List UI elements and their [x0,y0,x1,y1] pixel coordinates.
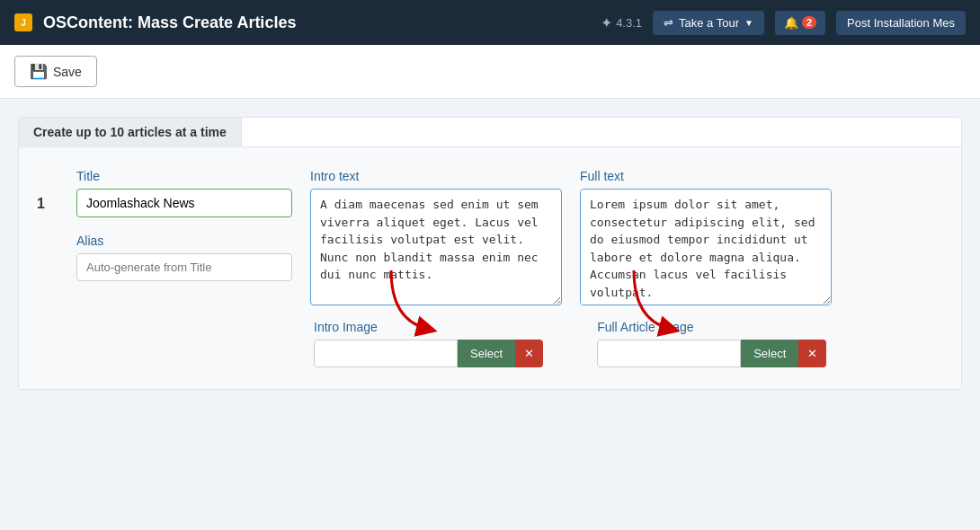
articles-panel: Create up to 10 articles at a time 1 Tit… [18,117,962,390]
alias-label: Alias [76,234,292,248]
post-install-button[interactable]: Post Installation Mes [836,11,966,35]
notifications-button[interactable]: 🔔 2 [775,11,825,35]
title-field-group: Title [76,169,292,217]
intro-image-group: Intro Image Select ✕ [314,320,543,367]
joomla-icon: J [14,13,32,31]
full-image-clear-button[interactable]: ✕ [798,340,826,367]
intro-image-select-button[interactable]: Select [458,340,515,367]
fields-row: Title Alias Intro text A diam maecena [76,169,943,305]
full-text-label: Full text [580,169,832,183]
full-image-select-button[interactable]: Select [741,340,798,367]
article-row: 1 Title Alias [37,169,943,367]
notification-badge: 2 [802,16,816,29]
version-badge: ✦ 4.3.1 [601,14,642,31]
toolbar: 💾 Save [0,45,980,99]
title-input[interactable] [76,189,292,217]
panel-body: 1 Title Alias [19,147,961,389]
save-icon: 💾 [30,63,48,80]
chevron-down-icon: ▼ [744,18,753,28]
intro-text-label: Intro text [310,169,562,183]
full-text-input[interactable]: Lorem ipsum dolor sit amet, consectetur … [580,189,832,305]
intro-text-input[interactable]: A diam maecenas sed enim ut sem viverra … [310,189,562,305]
intro-image-label: Intro Image [314,320,543,334]
full-image-input-row: Select ✕ [597,340,826,367]
panel-title: Create up to 10 articles at a time [19,118,242,147]
main-content: Create up to 10 articles at a time 1 Tit… [0,99,980,408]
full-image-input[interactable] [597,340,741,367]
alias-field-group: Alias [76,234,292,281]
intro-text-group: Intro text A diam maecenas sed enim ut s… [310,169,562,305]
save-button[interactable]: 💾 Save [14,56,97,87]
intro-image-input[interactable] [314,340,458,367]
image-row: Intro Image Select ✕ [76,320,943,367]
panel-header-bar: Create up to 10 articles at a time [19,118,961,147]
intro-image-input-row: Select ✕ [314,340,543,367]
bell-icon: 🔔 [784,16,798,30]
row-number: 1 [37,169,55,212]
alias-input[interactable] [76,253,292,281]
page-title: OSContent: Mass Create Articles [43,13,590,32]
tour-icon: ⇌ [664,16,673,30]
title-alias-group: Title Alias [76,169,292,305]
full-image-label: Full Article Image [597,320,826,334]
take-a-tour-button[interactable]: ⇌ Take a Tour ▼ [653,11,764,35]
full-image-group: Full Article Image Select ✕ [597,320,826,367]
app-header: J OSContent: Mass Create Articles ✦ 4.3.… [0,0,980,45]
full-text-group: Full text Lorem ipsum dolor sit amet, co… [580,169,832,305]
intro-image-clear-button[interactable]: ✕ [515,340,543,367]
joomla-cross-icon: ✦ [601,14,612,31]
title-label: Title [76,169,292,183]
